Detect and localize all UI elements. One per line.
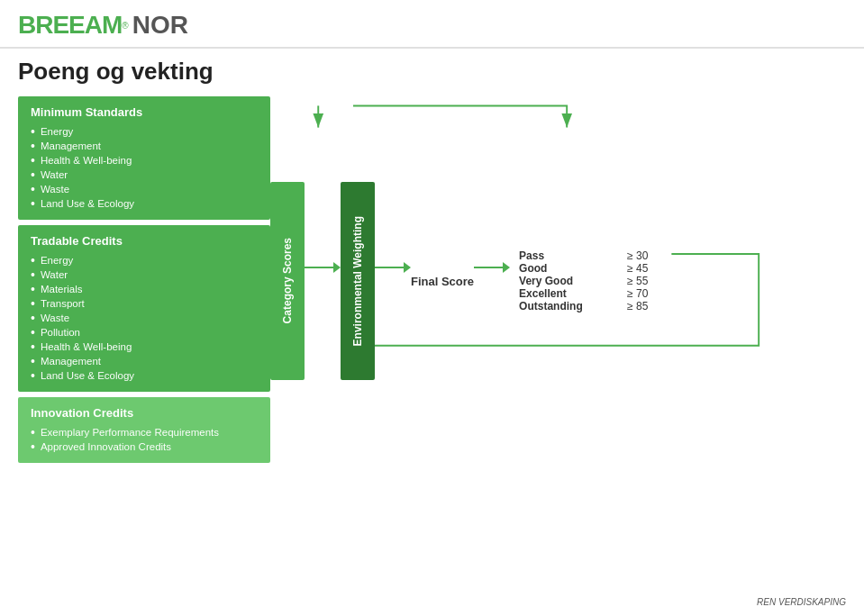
rating-label-outstanding: Outstanding	[519, 300, 600, 313]
category-scores-box: Category Scores	[270, 182, 305, 380]
rating-row-verygood: Very Good ≥ 55	[519, 275, 648, 287]
rating-value-pass: ≥ 30	[627, 249, 648, 262]
env-weighting-box: Environmental Weighting	[341, 182, 375, 380]
page-title: Poeng og vekting	[18, 58, 846, 86]
main-content: Poeng og vekting Minimum Standards Energ…	[0, 49, 864, 472]
list-item: Exemplary Performance Requirements	[31, 425, 258, 439]
rating-label-good: Good	[519, 262, 600, 275]
list-item: Pollution	[31, 325, 258, 340]
logo-nor: NOR	[132, 11, 188, 40]
list-item: Management	[31, 139, 258, 153]
list-item: Energy	[31, 124, 258, 139]
list-item: Land Use & Ecology	[31, 196, 258, 211]
list-item: Water	[31, 267, 258, 282]
rating-label-excellent: Excellent	[519, 287, 600, 300]
rating-row-excellent: Excellent ≥ 70	[519, 287, 648, 300]
list-item: Land Use & Ecology	[31, 368, 258, 383]
list-item: Waste	[31, 182, 258, 196]
rating-label-verygood: Very Good	[519, 275, 600, 287]
list-item: Management	[31, 354, 258, 368]
rating-value-verygood: ≥ 55	[627, 275, 648, 287]
list-item: Waste	[31, 311, 258, 325]
rating-value-excellent: ≥ 70	[627, 287, 648, 300]
final-score-area: Final Score	[411, 248, 474, 288]
list-item: Transport	[31, 296, 258, 311]
left-panel: Minimum Standards Energy Management Heal…	[18, 96, 270, 463]
ratings-column: Pass ≥ 30 Good ≥ 45 Very Good ≥ 55 Excel…	[519, 222, 648, 313]
minimum-standards-box: Minimum Standards Energy Management Heal…	[18, 96, 270, 220]
arrow-cat-to-env	[305, 262, 341, 273]
list-item: Health & Well-being	[31, 340, 258, 354]
flow-diagram: Category Scores Environmental Weighting	[270, 96, 846, 412]
tradable-credits-title: Tradable Credits	[31, 234, 258, 248]
arrow-final-to-ratings	[474, 262, 510, 273]
list-item: Health & Well-being	[31, 153, 258, 168]
innovation-credits-list: Exemplary Performance Requirements Appro…	[31, 425, 258, 454]
content-area: Minimum Standards Energy Management Heal…	[18, 96, 846, 463]
rating-row-good: Good ≥ 45	[519, 262, 648, 275]
tradable-credits-list: Energy Water Materials Transport Waste P…	[31, 253, 258, 383]
logo-reg: ®	[122, 21, 128, 31]
flow-columns: Category Scores Environmental Weighting	[270, 128, 846, 380]
innovation-credits-box: Innovation Credits Exemplary Performance…	[18, 397, 270, 463]
final-score-label: Final Score	[411, 275, 474, 288]
innovation-credits-title: Innovation Credits	[31, 406, 258, 420]
header: BREEAM® NOR	[0, 0, 864, 49]
rating-value-good: ≥ 45	[627, 262, 648, 275]
env-weighting-label: Environmental Weighting	[351, 216, 364, 346]
category-scores-label: Category Scores	[281, 238, 294, 323]
minimum-standards-title: Minimum Standards	[31, 105, 258, 119]
rating-value-outstanding: ≥ 85	[627, 300, 648, 313]
minimum-standards-list: Energy Management Health & Well-being Wa…	[31, 124, 258, 211]
list-item: Water	[31, 168, 258, 182]
footer: REN VERDISKAPING	[757, 597, 846, 607]
list-item: Approved Innovation Credits	[31, 439, 258, 454]
list-item: Energy	[31, 253, 258, 267]
rating-row-pass: Pass ≥ 30	[519, 249, 648, 262]
arrow-env-to-final	[375, 262, 411, 273]
tradable-credits-box: Tradable Credits Energy Water Materials …	[18, 225, 270, 392]
logo-breeam: BREEAM	[18, 11, 122, 40]
list-item: Materials	[31, 282, 258, 296]
rating-label-pass: Pass	[519, 249, 600, 262]
rating-row-outstanding: Outstanding ≥ 85	[519, 300, 648, 313]
footer-text: REN VERDISKAPING	[757, 597, 846, 607]
logo: BREEAM® NOR	[18, 11, 846, 40]
